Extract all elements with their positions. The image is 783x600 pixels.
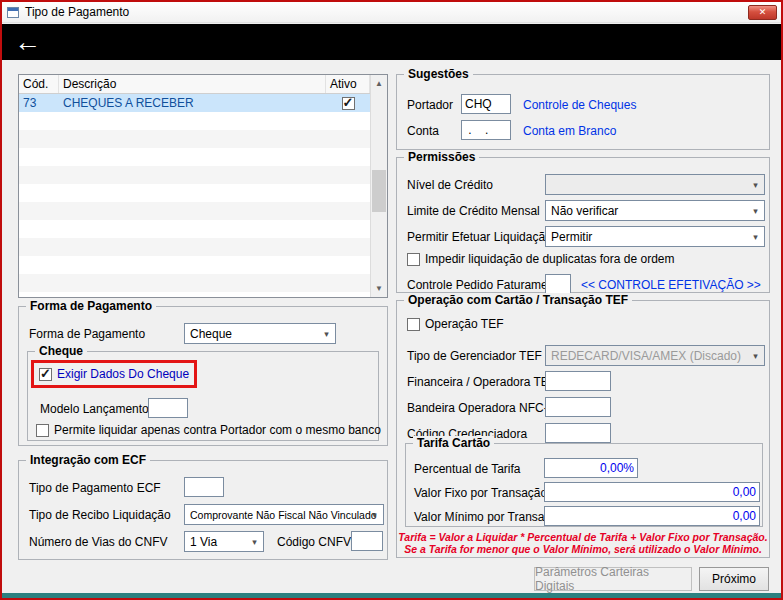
bandeira-nfce-input[interactable]: [545, 397, 611, 417]
permitir-liquidacao-combo-value: Permitir: [551, 230, 592, 244]
proximo-button[interactable]: Próximo: [699, 567, 769, 591]
cell-ativo: [326, 97, 370, 110]
permite-liquidar-row[interactable]: Permite liquidar apenas contra Portador …: [36, 423, 381, 437]
financeira-tef-label: Financeira / Operadora TEF: [407, 375, 556, 389]
valor-fixo-input[interactable]: [544, 482, 760, 502]
payment-types-grid: Cód. Descrição Ativo 73 CHEQUES A RECEBE…: [18, 74, 388, 298]
conta-label: Conta: [407, 124, 439, 138]
controle-efetivacao-link[interactable]: << CONTROLE EFETIVAÇÃO >>: [581, 278, 761, 292]
close-button[interactable]: ✕: [748, 5, 777, 20]
forma-pagamento-group: Forma de Pagamento Forma de Pagamento Ch…: [18, 306, 388, 446]
gerenciador-tef-combo-value: REDECARD/VISA/AMEX (Discado): [551, 349, 741, 363]
empty-row: [19, 184, 370, 202]
integracao-ecf-group: Integração com ECF Tipo de Pagamento ECF…: [18, 460, 388, 560]
nivel-credito-combo: [545, 174, 765, 195]
grid-header-ativo[interactable]: Ativo: [326, 75, 370, 93]
controle-pedido-input[interactable]: [545, 274, 571, 294]
chevron-down-icon: [748, 202, 763, 219]
permissoes-group-title: Permissões: [404, 150, 479, 164]
tarifa-cartao-group: Tarifa Cartão Percentual de Tarifa Valor…: [405, 443, 763, 527]
scroll-up-icon[interactable]: ▲: [371, 75, 387, 92]
limite-credito-combo[interactable]: Não verificar: [545, 200, 765, 221]
table-row[interactable]: 73 CHEQUES A RECEBER: [19, 94, 370, 112]
parametros-carteiras-button-label: Parâmetros Carteiras Digitais: [535, 565, 691, 593]
grid-header-cod[interactable]: Cód.: [19, 75, 59, 93]
title-bar[interactable]: Tipo de Pagamento ✕: [2, 2, 781, 23]
permitir-liquidacao-combo[interactable]: Permitir: [545, 226, 765, 247]
cheque-group-title: Cheque: [35, 344, 87, 358]
permite-liquidar-label: Permite liquidar apenas contra Portador …: [54, 423, 381, 437]
tarifa-note-line1: Tarifa = Valor a Liquidar * Percentual d…: [398, 531, 767, 543]
sugestoes-group: Sugestões Portador Controle de Cheques C…: [396, 74, 770, 150]
back-button[interactable]: ←: [14, 25, 41, 59]
tipo-recibo-combo[interactable]: Comprovante Não Fiscal Não Vinculado: [184, 504, 384, 525]
cartao-tef-group: Operação com Cartão / Transação TEF Oper…: [396, 300, 770, 558]
impedir-liquidacao-checkbox[interactable]: [407, 253, 420, 266]
ativo-checkbox[interactable]: [342, 97, 355, 110]
tipo-de-pagamento-window: Tipo de Pagamento ✕ ← Cód. Descrição Ati…: [0, 0, 783, 600]
nivel-credito-label: Nível de Crédito: [407, 178, 493, 192]
tipo-pagamento-ecf-label: Tipo de Pagamento ECF: [29, 481, 161, 495]
portador-input[interactable]: [461, 94, 511, 114]
empty-row: [19, 256, 370, 274]
cell-cod: 73: [19, 96, 59, 110]
valor-minimo-input[interactable]: [544, 506, 760, 526]
conta-input[interactable]: [461, 120, 511, 140]
tipo-recibo-combo-value: Comprovante Não Fiscal Não Vinculado: [190, 509, 377, 521]
gerenciador-tef-combo: REDECARD/VISA/AMEX (Discado): [545, 345, 765, 366]
empty-row: [19, 292, 370, 297]
operacao-tef-checkbox[interactable]: [407, 318, 420, 331]
scroll-down-icon[interactable]: ▼: [371, 280, 387, 297]
tipo-recibo-label: Tipo de Recibo Liquidação: [29, 508, 171, 522]
vias-cnfv-combo-value: 1 Via: [190, 535, 217, 549]
empty-row: [19, 166, 370, 184]
financeira-tef-input[interactable]: [545, 371, 611, 391]
exigir-dados-row[interactable]: Exigir Dados Do Cheque: [39, 367, 189, 381]
window-title: Tipo de Pagamento: [25, 5, 129, 19]
chevron-down-icon: [367, 506, 382, 523]
chevron-down-icon: [748, 176, 763, 193]
portador-label: Portador: [407, 98, 453, 112]
close-icon: ✕: [759, 7, 767, 17]
tipo-pagamento-ecf-input[interactable]: [184, 477, 224, 497]
empty-row: [19, 220, 370, 238]
integracao-ecf-group-title: Integração com ECF: [26, 453, 150, 467]
chevron-down-icon: [247, 533, 262, 550]
scrollbar-thumb[interactable]: [372, 170, 386, 212]
vias-cnfv-combo[interactable]: 1 Via: [184, 531, 264, 552]
parametros-carteiras-button: Parâmetros Carteiras Digitais: [534, 567, 692, 591]
permite-liquidar-checkbox[interactable]: [36, 424, 49, 437]
tarifa-note-line2: Se a Tarifa for menor que o Valor Mínimo…: [404, 543, 762, 555]
conta-em-branco-link[interactable]: Conta em Branco: [523, 124, 616, 138]
exigir-dados-label: Exigir Dados Do Cheque: [57, 367, 189, 381]
impedir-liquidacao-label: Impedir liquidação de duplicatas fora de…: [425, 252, 674, 266]
empty-row: [19, 274, 370, 292]
grid-header: Cód. Descrição Ativo: [19, 75, 370, 94]
chevron-down-icon: [748, 228, 763, 245]
impedir-liquidacao-row[interactable]: Impedir liquidação de duplicatas fora de…: [407, 252, 674, 266]
permissoes-group: Permissões Nível de Crédito Limite de Cr…: [396, 157, 770, 293]
cell-descricao: CHEQUES A RECEBER: [59, 96, 326, 110]
chevron-down-icon: [319, 325, 334, 342]
modelo-lancamento-input[interactable]: [148, 398, 188, 418]
sugestoes-group-title: Sugestões: [404, 67, 473, 81]
vias-cnfv-label: Número de Vias do CNFV: [29, 535, 168, 549]
limite-credito-combo-value: Não verificar: [551, 204, 618, 218]
empty-row: [19, 130, 370, 148]
operacao-tef-row[interactable]: Operação TEF: [407, 317, 503, 331]
forma-pagamento-combo[interactable]: Cheque: [184, 323, 336, 344]
modelo-lancamento-label: Modelo Lançamento: [40, 402, 149, 416]
empty-row: [19, 202, 370, 220]
toolbar: ←: [2, 24, 781, 60]
grid-header-descricao[interactable]: Descrição: [59, 75, 326, 93]
codigo-cnfv-input[interactable]: [351, 531, 383, 551]
grid-scrollbar[interactable]: ▲ ▼: [370, 75, 387, 297]
forma-pagamento-group-title: Forma de Pagamento: [26, 299, 156, 313]
codigo-credenciadora-input[interactable]: [545, 423, 611, 443]
cheque-group: Cheque Exigir Dados Do Cheque Modelo Lan…: [27, 351, 379, 441]
exigir-dados-checkbox[interactable]: [39, 368, 52, 381]
percentual-tarifa-input[interactable]: [544, 458, 638, 478]
controle-cheques-link[interactable]: Controle de Cheques: [523, 98, 636, 112]
app-icon: [7, 7, 19, 18]
chevron-down-icon: [748, 347, 763, 364]
